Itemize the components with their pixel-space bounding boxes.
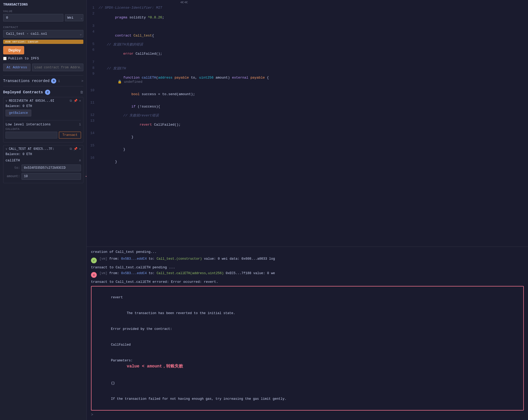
calltest-header: ∨ CALL_TEST AT 0XEC5...7F: ⧉ 📌 ✕ [6, 147, 81, 151]
collapse-chevrons-icon[interactable]: ≪≪ [180, 0, 528, 4]
line-content-9: function callETH(address payable to, uin… [99, 72, 528, 88]
deploy-button[interactable]: Deploy [3, 46, 24, 54]
line-content-11: if (!success){ [99, 101, 528, 112]
line-num-12: 12 [87, 113, 99, 117]
line-num-10: 10 [87, 88, 99, 92]
calleth-collapse-icon[interactable]: ∧ [79, 158, 81, 162]
line-content-10: bool success = to.send(amount); [99, 88, 528, 100]
load-contract-input[interactable] [32, 64, 83, 71]
code-line-7: 7 [87, 60, 528, 66]
contract-select-wrapper: Call_test - call.sol [3, 30, 83, 38]
calltest-chevron[interactable]: ∨ [6, 147, 7, 151]
at-address-button[interactable]: At Address [3, 64, 31, 71]
code-line-6: 6 error CallFailed(); [87, 48, 528, 60]
tx-error-icon[interactable]: ✕ [91, 272, 97, 278]
code-line-9: 9 function callETH(address payable to, u… [87, 71, 528, 88]
line-content-12: // 失败就revert错误 [99, 113, 528, 118]
amount-param-row: amount: ➜ [6, 173, 81, 180]
publish-label: Publish to IPFS [8, 57, 39, 60]
to-input[interactable] [22, 165, 81, 171]
tx-errored-label: transact to Call_test.callETH errored: E… [91, 280, 524, 284]
at-address-row: At Address [3, 64, 83, 71]
unit-select-wrapper: Wei Gwei Ether [65, 14, 83, 21]
tx-calleth-pending: transact to Call_test.callETH pending ..… [91, 265, 524, 269]
line-content-2: pragma solidity ^0.8.26; [99, 12, 528, 23]
receiveeth-close-icon[interactable]: ✕ [79, 99, 81, 103]
transactions-header: TRANSACTIONS [3, 3, 83, 7]
tx-count-badge: 9 [51, 78, 56, 84]
line-num-11: 11 [87, 101, 99, 105]
to-label: to: [6, 166, 20, 170]
line-content-6: error CallFailed(); [99, 48, 528, 60]
value-input[interactable] [3, 14, 63, 22]
evm-badge: evm version: cancun [3, 40, 83, 44]
low-level-label: Low level interactions [6, 122, 51, 126]
chevron-right-icon[interactable]: > [81, 79, 83, 83]
receiveeth-pin-icon[interactable]: 📌 [74, 99, 78, 103]
contract-label: CONTRACT [3, 26, 83, 29]
value-row: Wei Gwei Ether [3, 14, 83, 22]
info-icon[interactable]: i [58, 79, 60, 83]
tx-error-text: [vm] from: 0x5B3...eddC4 to: Call_test.c… [99, 272, 524, 275]
receiveeth-chevron[interactable]: ∨ [6, 99, 7, 103]
low-level-info-icon[interactable]: i [79, 122, 81, 126]
line-num-14: 14 [87, 131, 99, 135]
line-num-2: 2 [87, 12, 99, 16]
publish-checkbox[interactable] [3, 57, 7, 60]
line-num-13: 13 [87, 119, 99, 123]
to-param-row: to: [6, 165, 81, 171]
creation-pending-text: creation of Call_test pending... [91, 250, 524, 254]
calltest-close-icon[interactable]: ✕ [79, 147, 81, 151]
unit-select[interactable]: Wei Gwei Ether [65, 14, 83, 21]
code-line-2: 2 pragma solidity ^0.8.26; [87, 11, 528, 24]
code-line-5: 5 // 发送ETH失败的错误 [87, 42, 528, 48]
receiveeth-copy-icon[interactable]: ⧉ [70, 99, 72, 103]
error-annotation: value < amount，转账失败 [127, 364, 183, 369]
line-content-15: } [99, 144, 528, 155]
receiveeth-header: ∨ RECEIVEETH AT 0X534...0I ⧉ 📌 ✕ [6, 99, 81, 103]
line-content-14: } [99, 131, 528, 143]
contract-select[interactable]: Call_test - call.sol [3, 30, 83, 38]
receiveeth-instance: ∨ RECEIVEETH AT 0X534...0I ⧉ 📌 ✕ Balance… [3, 97, 83, 142]
line-num-15: 15 [87, 144, 99, 147]
trash-icon[interactable]: 🗑 [80, 90, 83, 94]
deployed-contracts-label: Deployed Contracts [3, 90, 43, 94]
line-content-4: contract Call_test{ [99, 30, 528, 42]
tx-success-text: [vm] from: 0x5B3...eddC4 to: Call_test.(… [99, 257, 524, 261]
line-content-5: // 发送ETH失败的错误 [99, 42, 528, 47]
error-box: revert The transaction has been reverted… [91, 286, 524, 411]
calldata-row: Transact [6, 132, 81, 139]
line-num-16: 16 [87, 156, 99, 160]
right-panel: ≪≪ 1 // SPDX-License-Identifier: MIT 2 p… [87, 0, 528, 420]
low-level-header: Low level interactions i [6, 120, 81, 126]
line-num-6: 6 [87, 48, 99, 52]
code-line-16: 16 } [87, 156, 528, 168]
code-line-3: 3 [87, 24, 528, 29]
calltest-pin-icon[interactable]: 📌 [74, 147, 78, 151]
receiveeth-name: RECEIVEETH AT 0X534...0I [9, 99, 68, 103]
transact-button[interactable]: Transact [59, 132, 81, 139]
code-line-12: 12 // 失败就revert错误 [87, 113, 528, 119]
get-balance-button[interactable]: getBalance [6, 110, 31, 116]
transactions-recorded-row: Transactions recorded 9 i > [3, 75, 83, 86]
tx-recorded-label: Transactions recorded [3, 79, 49, 83]
calldata-input[interactable] [6, 132, 57, 139]
code-line-15: 15 } [87, 143, 528, 156]
amount-input[interactable] [22, 173, 81, 180]
calleth-label: callETH [6, 158, 20, 162]
code-line-10: 10 bool success = to.send(amount); [87, 88, 528, 100]
line-num-5: 5 [87, 42, 99, 46]
code-line-1: 1 // SPDX-License-Identifier: MIT [87, 6, 528, 11]
tx-success-log: ✓ [vm] from: 0x5B3...eddC4 to: Call_test… [91, 257, 524, 263]
tx-error-log: ✕ [vm] from: 0x5B3...eddC4 to: Call_test… [91, 272, 524, 278]
calltest-name: CALL_TEST AT 0XEC5...7F: [9, 147, 68, 151]
calltest-copy-icon[interactable]: ⧉ [70, 147, 72, 151]
code-area: 1 // SPDX-License-Identifier: MIT 2 prag… [87, 6, 528, 247]
line-content-8: // 发送ETH [99, 66, 528, 71]
code-line-11: 11 if (!success){ [87, 100, 528, 113]
line-num-1: 1 [87, 6, 99, 10]
expand-chevrons-icon[interactable]: > [91, 413, 524, 417]
tx-success-icon[interactable]: ✓ [91, 258, 97, 263]
calldata-label: CALLDATA [6, 127, 81, 131]
code-line-13: 13 revert CallFailed(); [87, 119, 528, 131]
